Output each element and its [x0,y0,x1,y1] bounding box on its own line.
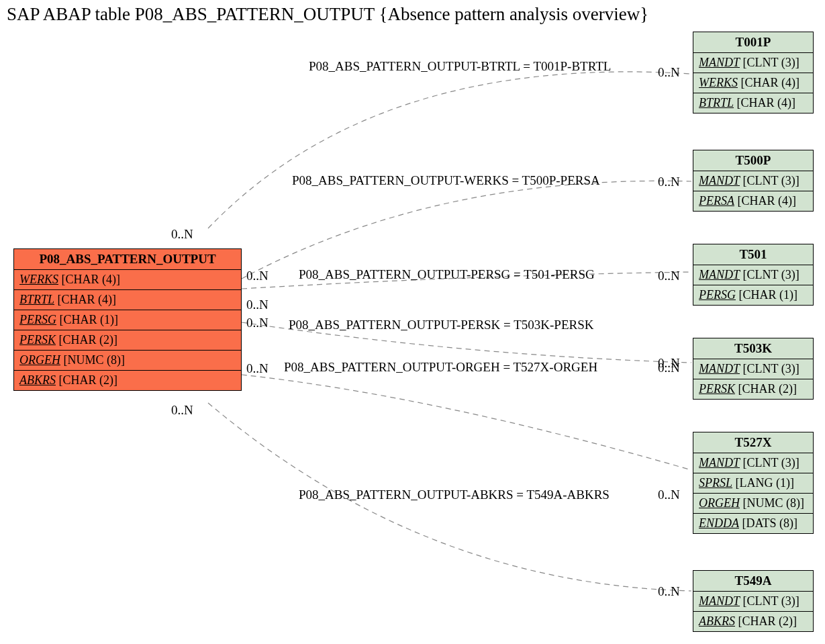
cardinality: 0..N [658,269,680,283]
rel-label: P08_ABS_PATTERN_OUTPUT-PERSK = T503K-PER… [289,318,594,332]
cardinality: 0..N [658,65,680,80]
entity-field: PERSK [CHAR (2)] [693,379,813,399]
entity-header: T549A [693,571,813,592]
entity-field: WERKS [CHAR (4)] [14,270,241,290]
entity-field: SPRSL [LANG (1)] [693,473,813,494]
entity-field: BTRTL [CHAR (4)] [693,93,813,113]
rel-label: P08_ABS_PATTERN_OUTPUT-ORGEH = T527X-ORG… [284,360,597,375]
cardinality: 0..N [171,227,193,242]
entity-field: BTRTL [CHAR (4)] [14,290,241,310]
entity-field: MANDT [CLNT (3)] [693,265,813,285]
entity-field: MANDT [CLNT (3)] [693,171,813,191]
cardinality: 0..N [658,175,680,189]
entity-t500p: T500P MANDT [CLNT (3)] PERSA [CHAR (4)] [693,150,814,212]
entity-header: T501 [693,244,813,265]
rel-label: P08_ABS_PATTERN_OUTPUT-PERSG = T501-PERS… [299,267,595,282]
rel-label: P08_ABS_PATTERN_OUTPUT-ABKRS = T549A-ABK… [299,488,610,502]
entity-field: ORGEH [NUMC (8)] [693,494,813,514]
cardinality: 0..N [246,361,269,376]
cardinality: 0..N [246,297,269,312]
entity-t527x: T527X MANDT [CLNT (3)] SPRSL [LANG (1)] … [693,432,814,534]
entity-field: MANDT [CLNT (3)] [693,53,813,73]
entity-field: ENDDA [DATS (8)] [693,514,813,533]
rel-label: P08_ABS_PATTERN_OUTPUT-BTRTL = T001P-BTR… [309,59,611,74]
entity-t501: T501 MANDT [CLNT (3)] PERSG [CHAR (1)] [693,244,814,306]
entity-main: P08_ABS_PATTERN_OUTPUT WERKS [CHAR (4)] … [13,248,242,391]
entity-field: MANDT [CLNT (3)] [693,592,813,612]
cardinality: 0..N [658,488,680,502]
entity-field: ORGEH [NUMC (8)] [14,351,241,371]
entity-header: T001P [693,32,813,53]
entity-header: T527X [693,432,813,453]
entity-t503k: T503K MANDT [CLNT (3)] PERSK [CHAR (2)] [693,338,814,400]
entity-field: PERSK [CHAR (2)] [14,330,241,351]
entity-header: T500P [693,150,813,171]
rel-label: P08_ABS_PATTERN_OUTPUT-WERKS = T500P-PER… [292,173,600,188]
entity-header: T503K [693,338,813,359]
entity-field: ABKRS [CHAR (2)] [693,612,813,631]
entity-field: PERSG [CHAR (1)] [14,310,241,330]
entity-field: MANDT [CLNT (3)] [693,359,813,379]
entity-field: ABKRS [CHAR (2)] [14,371,241,390]
cardinality: 0..N [246,269,269,283]
entity-t549a: T549A MANDT [CLNT (3)] ABKRS [CHAR (2)] [693,570,814,632]
cardinality: 0..N [246,316,269,330]
cardinality: 0..N [658,361,680,375]
entity-t001p: T001P MANDT [CLNT (3)] WERKS [CHAR (4)] … [693,32,814,113]
entity-field: MANDT [CLNT (3)] [693,453,813,473]
cardinality: 0..N [171,403,193,418]
entity-field: PERSG [CHAR (1)] [693,285,813,305]
cardinality: 0..N [658,584,680,599]
diagram-title: SAP ABAP table P08_ABS_PATTERN_OUTPUT {A… [7,4,648,25]
entity-main-header: P08_ABS_PATTERN_OUTPUT [14,249,241,270]
entity-field: WERKS [CHAR (4)] [693,73,813,93]
erd-canvas: SAP ABAP table P08_ABS_PATTERN_OUTPUT {A… [0,0,825,644]
entity-field: PERSA [CHAR (4)] [693,191,813,211]
